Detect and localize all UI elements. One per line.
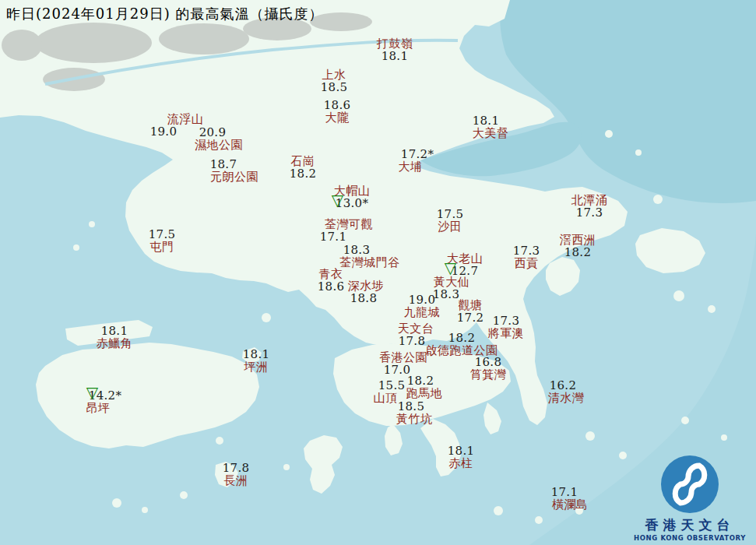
station-temperature: 18.2 bbox=[426, 332, 498, 344]
station-name: 昂坪 bbox=[82, 402, 114, 414]
station-label: 18.1赤鱲角 bbox=[97, 325, 133, 350]
min-temp-triangle-icon: ▽ bbox=[445, 262, 457, 274]
station-temperature: 17.1 bbox=[547, 486, 583, 498]
station-name: 長洲 bbox=[223, 474, 250, 487]
station-temperature: 17.3 bbox=[488, 315, 525, 327]
station-label: 17.2*大埔 bbox=[394, 148, 427, 173]
station-name: 跑馬地 bbox=[406, 387, 443, 399]
station-label: 19.0九龍城 bbox=[404, 294, 441, 318]
station-name: 打鼓嶺 bbox=[377, 37, 413, 50]
station-label: 16.8筲箕灣 bbox=[470, 356, 507, 381]
station-name: 大美督 bbox=[473, 127, 509, 139]
station-temperature: 14.2*▽ bbox=[89, 389, 121, 402]
station-name: 北潭涌 bbox=[571, 194, 608, 206]
station-temperature: 18.1 bbox=[243, 348, 270, 360]
station-name: 元朗公園 bbox=[210, 171, 258, 183]
station-temperature: 17.1 bbox=[309, 230, 357, 243]
station-temperature: 13.0*▽ bbox=[334, 197, 371, 209]
observatory-name-en: HONG KONG OBSERVATORY bbox=[631, 534, 748, 542]
station-name: 濕地公園 bbox=[195, 139, 243, 151]
station-label: 18.1大美督 bbox=[473, 114, 509, 139]
station-label: 北潭涌17.3 bbox=[571, 194, 608, 219]
station-name: 荃灣城門谷 bbox=[339, 256, 400, 269]
station-label: 打鼓嶺18.1 bbox=[377, 37, 413, 62]
station-name: 赤柱 bbox=[448, 457, 475, 469]
station-temperature: 18.2 bbox=[560, 246, 596, 258]
station-name: 清水灣 bbox=[548, 392, 585, 404]
station-name: 筲箕灣 bbox=[470, 368, 507, 381]
station-temperature: 18.7 bbox=[199, 158, 248, 171]
station-temperature: 17.2* bbox=[401, 148, 434, 160]
station-name: 青衣 bbox=[318, 268, 345, 280]
station-name: 大埔 bbox=[394, 160, 427, 173]
station-name: 香港公園 bbox=[379, 351, 427, 364]
station-name: 大隴 bbox=[324, 111, 351, 124]
station-label: 17.1橫瀾島 bbox=[552, 486, 589, 511]
station-name: 觀塘 bbox=[457, 299, 484, 311]
station-temperature: 18.1 bbox=[468, 114, 505, 127]
station-name: 流浮山 bbox=[167, 113, 204, 125]
station-label: 18.5黃竹坑 bbox=[396, 400, 433, 425]
station-label: 18.6大隴 bbox=[324, 99, 351, 124]
station-temperature: 17.5 bbox=[149, 228, 176, 241]
observatory-name-zh: 香港天文台 bbox=[631, 516, 748, 534]
station-temperature: 18.3 bbox=[326, 244, 387, 256]
station-label: 上水18.5 bbox=[321, 69, 348, 93]
station-temperature: 18.2 bbox=[403, 374, 439, 387]
station-label: 18.7元朗公園 bbox=[210, 158, 258, 183]
station-temperature: 16.2 bbox=[545, 379, 582, 392]
station-name: 橫瀾島 bbox=[552, 498, 589, 511]
station-label: 滘西洲18.2 bbox=[560, 234, 596, 258]
station-label: 觀塘17.2 bbox=[457, 299, 484, 324]
station-name: 滘西洲 bbox=[560, 234, 596, 246]
station-label: 17.3西貢 bbox=[513, 244, 540, 269]
station-label: 18.1赤柱 bbox=[448, 445, 475, 469]
min-temp-triangle-icon: ▽ bbox=[86, 386, 99, 399]
station-temperature: 15.5 bbox=[378, 379, 406, 392]
station-name: 九龍城 bbox=[404, 306, 441, 318]
station-label: 18.2啟德跑道公園 bbox=[426, 332, 498, 357]
station-name: 黃竹坑 bbox=[396, 413, 433, 425]
station-temperature: 17.2 bbox=[457, 311, 484, 324]
station-temperature: 19.0 bbox=[146, 125, 182, 138]
station-label: 深水埗18.8 bbox=[348, 280, 385, 304]
station-label: 荃灣可觀17.1 bbox=[325, 218, 373, 243]
station-temperature: 17.3 bbox=[571, 206, 608, 219]
station-name: 沙田 bbox=[437, 220, 464, 233]
station-label: 大老山12.7▽ bbox=[447, 252, 483, 277]
station-name: 赤鱲角 bbox=[97, 337, 133, 350]
station-label: 18.1坪洲 bbox=[243, 348, 270, 373]
station-label: 石崗18.2 bbox=[290, 155, 317, 180]
station-name: 上水 bbox=[321, 69, 348, 81]
station-temperature: 18.6 bbox=[318, 280, 345, 293]
station-label: 16.2清水灣 bbox=[548, 379, 585, 404]
station-temperature: 20.9 bbox=[188, 126, 237, 139]
station-temperature: 18.1 bbox=[377, 50, 413, 62]
station-temperature: 17.8 bbox=[394, 335, 431, 347]
min-temp-triangle-icon: ▽ bbox=[332, 194, 344, 206]
station-temperature: 18.5 bbox=[321, 81, 348, 93]
station-temperature: 18.8 bbox=[346, 292, 382, 304]
station-temperature: 17.8 bbox=[223, 462, 250, 474]
station-name: 坪洲 bbox=[243, 360, 270, 373]
station-temperature: 18.1 bbox=[448, 445, 475, 457]
weather-map: 昨日(2024年01月29日) 的最高氣溫（攝氏度） 打鼓嶺18.1上水18.5… bbox=[0, 0, 756, 545]
station-name: 屯門 bbox=[149, 241, 176, 253]
station-label: 17.5屯門 bbox=[149, 228, 176, 253]
station-name: 黃大仙 bbox=[434, 276, 470, 288]
station-name: 西貢 bbox=[513, 257, 540, 269]
observatory-logo-icon bbox=[660, 455, 719, 514]
station-label: 20.9濕地公園 bbox=[195, 126, 243, 151]
station-temperature: 18.5 bbox=[393, 400, 430, 413]
station-label: 18.2跑馬地 bbox=[406, 374, 443, 399]
station-label: 17.8長洲 bbox=[223, 462, 250, 487]
station-name: 荃灣可觀 bbox=[325, 218, 373, 230]
station-temperature: 18.6 bbox=[324, 99, 351, 111]
station-temperature: 19.0 bbox=[404, 294, 441, 306]
station-temperature: 17.5 bbox=[437, 208, 464, 220]
station-label: 18.3荃灣城門谷 bbox=[339, 244, 400, 269]
station-name: 深水埗 bbox=[348, 280, 385, 292]
station-label: 香港公園17.0 bbox=[379, 351, 427, 376]
station-label: 大帽山13.0*▽ bbox=[334, 185, 371, 209]
station-label: 青衣18.6 bbox=[318, 268, 345, 293]
